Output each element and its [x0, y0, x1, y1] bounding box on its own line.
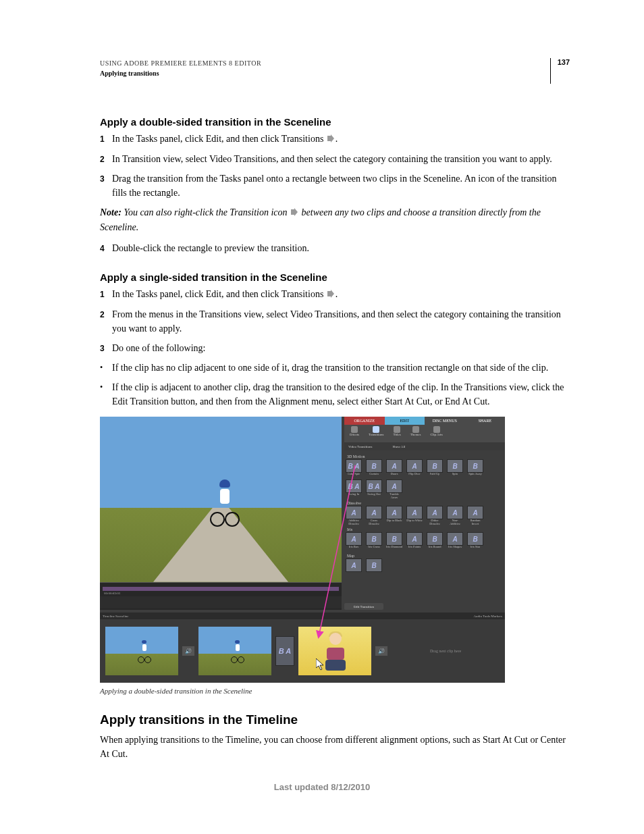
transition-thumb[interactable]: AFlip Over	[406, 459, 423, 478]
step-1: 1 In the Tasks panel, click Edit, and th…	[100, 132, 570, 147]
clip-arts-button[interactable]: Clip Arts	[430, 426, 442, 436]
step-1: 1 In the Tasks panel, click Edit, and th…	[100, 287, 570, 302]
preview-monitor	[100, 417, 342, 582]
transition-thumb[interactable]: ADither Dissolve	[427, 506, 443, 525]
transitions-grid: 3D Motion B ACube SpinBCurtainADoorsAFli…	[344, 450, 502, 606]
transition-drop-rectangle[interactable]: B A	[275, 636, 294, 666]
tab-share[interactable]: SHARE	[465, 417, 506, 425]
header-left: USING ADOBE PREMIERE ELEMENTS 8 EDITOR A…	[100, 58, 261, 78]
bullet-2: If the clip is adjacent to another clip,…	[100, 380, 570, 409]
transition-thumb[interactable]: AIris Shapes	[447, 532, 463, 551]
show-all-select[interactable]: Show All	[392, 445, 405, 448]
section-map: Map	[347, 554, 501, 558]
transitions-button[interactable]: Transitions	[369, 426, 383, 436]
step-4: 4Double-click the rectangle to preview t…	[100, 241, 570, 255]
audio-icon[interactable]: 🔊	[375, 646, 387, 656]
steps-double-sided-cont: 4Double-click the rectangle to preview t…	[100, 241, 570, 255]
steps-double-sided: 1 In the Tasks panel, click Edit, and th…	[100, 132, 570, 200]
transitions-icon	[291, 206, 298, 220]
cursor-icon	[316, 658, 325, 671]
sceneline: 🔊 B A 🔊 Drag next clip here	[100, 619, 505, 683]
svg-marker-2	[327, 290, 334, 298]
transition-thumb[interactable]: BFold Up	[427, 459, 443, 478]
workspace-tabs: ORGANIZE EDIT DISC MENUS SHARE	[344, 417, 505, 425]
transition-thumb[interactable]: ADoors	[386, 459, 402, 478]
transition-thumb[interactable]: ACross Dissolve	[366, 506, 382, 525]
titles-button[interactable]: Titles	[393, 426, 400, 436]
transition-thumb[interactable]: ANon-Additive Dissolve	[447, 506, 463, 525]
transition-thumb[interactable]: B ACube Spin	[346, 459, 362, 478]
tab-edit[interactable]: EDIT	[385, 417, 425, 425]
footer: Last updated 8/12/2010	[0, 782, 644, 792]
header-chapter: Applying transitions	[100, 68, 261, 78]
tab-organize[interactable]: ORGANIZE	[344, 417, 385, 425]
section-dissolve: Dissolve	[347, 501, 501, 505]
playback-controls[interactable]: 00:00:03:01	[100, 582, 342, 610]
transition-thumb[interactable]: BSpin	[447, 459, 463, 478]
audio-icon[interactable]: 🔊	[182, 646, 194, 656]
filter-bar: Video Transitions Show All	[344, 442, 505, 450]
steps-single-sided: 1 In the Tasks panel, click Edit, and th…	[100, 287, 570, 355]
header-product-title: USING ADOBE PREMIERE ELEMENTS 8 EDITOR	[100, 58, 261, 68]
transition-thumb[interactable]: ADip to Black	[386, 506, 402, 525]
transition-thumb[interactable]: AIris Points	[406, 532, 423, 551]
step-2: 2In Transition view, select Video Transi…	[100, 152, 570, 166]
themes-button[interactable]: Themes	[410, 426, 421, 436]
figure: 00:00:03:01 ORGANIZE EDIT DISC MENUS SHA…	[100, 417, 570, 695]
bullet-1: If the clip has no clip adjacent to one …	[100, 361, 570, 375]
transition-thumb[interactable]: B ASwing In	[346, 479, 362, 498]
transitions-icon	[327, 132, 334, 147]
drop-zone[interactable]: Drag next clip here	[392, 627, 500, 675]
heading-double-sided: Apply a double-sided transition in the S…	[100, 116, 570, 128]
edit-transition-button[interactable]: Edit Transition	[344, 603, 383, 610]
paragraph-timeline: When applying transitions to the Timelin…	[100, 733, 570, 761]
transition-thumb[interactable]: A	[346, 558, 362, 577]
transition-thumb[interactable]: BCurtain	[366, 459, 382, 478]
clip-1[interactable]	[105, 627, 178, 675]
transition-thumb[interactable]: ATumble Away	[386, 479, 402, 498]
step-3: 3Do one of the following:	[100, 341, 570, 355]
note: Note: You can also right-click the Trans…	[100, 205, 570, 234]
transition-thumb[interactable]: ADip to White	[406, 506, 423, 525]
figure-caption: Applying a double-sided transition in th…	[100, 687, 570, 695]
transition-thumb[interactable]: BIris Cross	[366, 532, 382, 551]
svg-marker-5	[316, 658, 323, 670]
sceneline-header: Timeline Sceneline Audio Tools Markers	[100, 613, 505, 619]
transition-thumb[interactable]: BIris Round	[427, 532, 443, 551]
screenshot: 00:00:03:01 ORGANIZE EDIT DISC MENUS SHA…	[100, 417, 505, 683]
section-iris: Iris	[347, 527, 501, 531]
section-3d-motion: 3D Motion	[347, 454, 501, 459]
document-page: USING ADOBE PREMIERE ELEMENTS 8 EDITOR A…	[0, 0, 644, 834]
transition-thumb[interactable]: BIris Diamond	[386, 532, 402, 551]
svg-marker-1	[291, 208, 298, 216]
bullets-single-sided: If the clip has no clip adjacent to one …	[100, 361, 570, 409]
clip-3[interactable]	[298, 627, 371, 675]
tab-disc-menus[interactable]: DISC MENUS	[425, 417, 465, 425]
transition-thumb[interactable]: B	[366, 558, 382, 577]
clip-2[interactable]	[198, 627, 271, 675]
transition-thumb[interactable]: ARandom Invert	[467, 506, 483, 525]
transitions-icon	[327, 288, 334, 302]
transition-thumb[interactable]: BIris Star	[467, 532, 483, 551]
video-transitions-select[interactable]: Video Transitions	[348, 445, 372, 448]
transition-thumb[interactable]: AIris Box	[346, 532, 362, 551]
svg-marker-0	[327, 134, 334, 142]
step-3: 3Drag the transition from the Tasks pane…	[100, 172, 570, 200]
heading-single-sided: Apply a single-sided transition in the S…	[100, 271, 570, 283]
page-header: USING ADOBE PREMIERE ELEMENTS 8 EDITOR A…	[100, 58, 570, 84]
transition-thumb[interactable]: BSpin Away	[467, 459, 483, 478]
heading-timeline: Apply transitions in the Timeline	[100, 712, 570, 727]
step-2: 2From the menus in the Transitions view,…	[100, 307, 570, 336]
effects-button[interactable]: Effects	[350, 426, 359, 436]
transition-thumb[interactable]: B ASwing Out	[366, 479, 382, 498]
page-number: 137	[550, 58, 570, 84]
transition-thumb[interactable]: AAdditive Dissolve	[346, 506, 362, 525]
